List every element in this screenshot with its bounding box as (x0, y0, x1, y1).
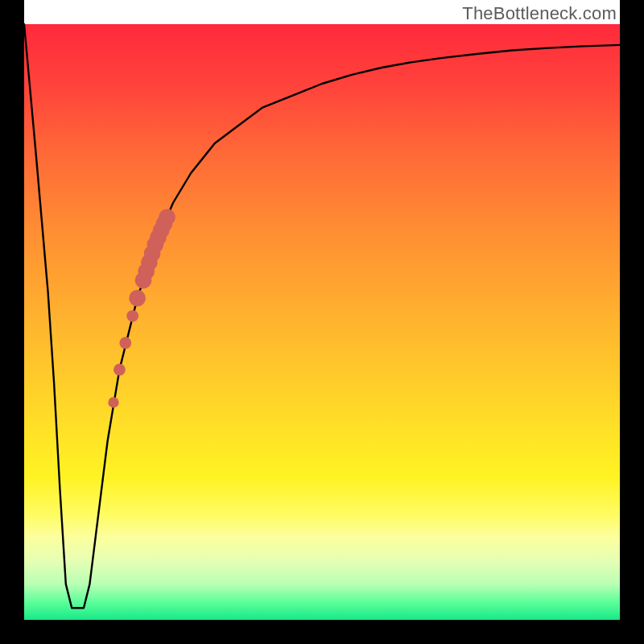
curve-marker (159, 208, 175, 225)
chart-svg (24, 24, 620, 620)
curve-marker (126, 310, 138, 322)
curve-marker (114, 364, 126, 376)
attribution-label: TheBottleneck.com (462, 3, 617, 24)
curve-marker (129, 290, 146, 307)
bottleneck-curve (24, 24, 620, 608)
x-axis-bar (0, 620, 644, 644)
curve-marker (108, 397, 118, 407)
chart-container: TheBottleneck.com (0, 0, 644, 644)
y-axis-bar-right (620, 0, 644, 644)
curve-marker (119, 337, 131, 349)
y-axis-bar-left (0, 0, 24, 644)
